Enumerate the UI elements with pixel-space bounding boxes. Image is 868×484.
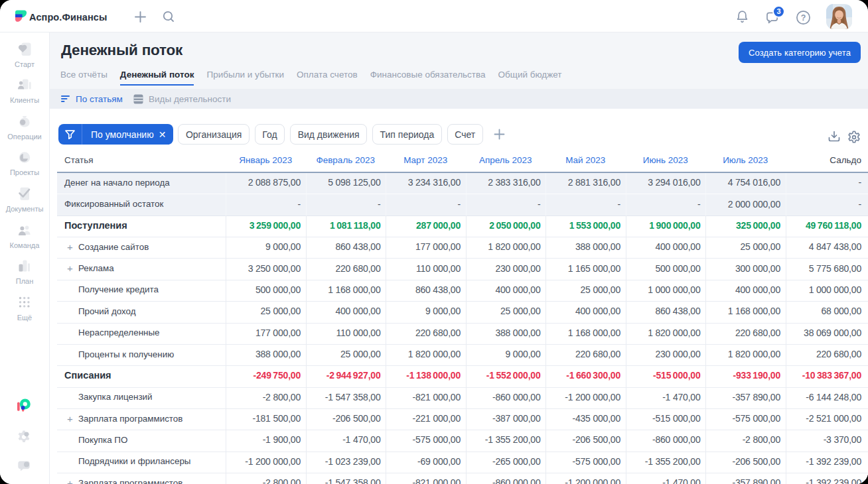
svg-text:?: ?	[801, 13, 806, 23]
